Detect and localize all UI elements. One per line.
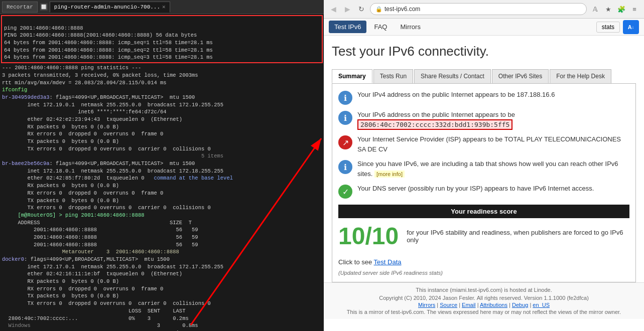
terminal-body: ping 2001:4860:4860::8888 PING 2001:4860… — [0, 14, 324, 331]
content-tabs: Summary Tests Run Share Results / Contac… — [324, 69, 644, 83]
forward-button[interactable]: ▶ — [342, 4, 353, 15]
site-nav-links: Test IPv6 FAQ Mirrors — [329, 21, 426, 33]
info-icon-ipv6: ℹ — [338, 111, 352, 125]
readiness-section: Your readiness score 10/10 for your IPv6… — [338, 205, 629, 254]
terminal-iface-br0-rxerr: RX errors 0 dropped 0 overruns 0 frame 0 — [0, 130, 324, 138]
terminal-iface-br1-txe: TX errors 0 dropped 0 overruns 0 carrier… — [0, 204, 324, 212]
tab-close-icon[interactable]: ✕ — [162, 4, 166, 10]
terminal-columns-header: ADDRESS SIZE T — [0, 219, 324, 227]
terminal-rtt-line: rtt min/avg/max/mdev = 28.083/28.094/28.… — [0, 79, 324, 87]
info-text-ipv4: Your IPv4 address on the public Internet… — [357, 90, 555, 100]
back-button[interactable]: ◀ — [328, 4, 339, 15]
terminal-data-row1: 2001:4860:4860::8888 56 59 — [0, 226, 324, 234]
info-row-ipv6-tab: ℹ Since you have IPv6, we are including … — [338, 159, 629, 179]
site-content: Test your IPv6 connectivity. Summary Tes… — [324, 36, 644, 331]
tab-share-results[interactable]: Share Results / Contact — [414, 69, 491, 83]
updated-text: (Updated server side IPv6 readiness stat… — [338, 270, 629, 276]
nav-faq[interactable]: FAQ — [368, 21, 393, 33]
browser-panel: ◀ ▶ ↻ 🔒 test-ipv6.com 𝔸 ★ 🧩 ≡ Test IPv6 … — [324, 0, 644, 331]
terminal-loss-row1: 2806:40c:7002:cccc:... 0% 3 0.2ms — [0, 315, 324, 322]
info-row-ipv6: ℹ Your IPv6 address on the public Intern… — [338, 110, 629, 129]
site-header: Test your IPv6 connectivity. — [324, 36, 644, 69]
more-info-link[interactable]: [more info] — [374, 171, 405, 178]
nav-mirrors[interactable]: Mirrors — [395, 21, 426, 33]
reload-button[interactable]: ↻ — [356, 4, 367, 15]
terminal-docker-name: docker0: flags=4099<UP,BROADCAST,MULTICA… — [0, 256, 324, 263]
info-icon-isp: ↗ — [338, 135, 352, 149]
address-bar[interactable]: 🔒 test-ipv6.com — [370, 3, 587, 15]
footer-source-link[interactable]: Source — [440, 302, 457, 308]
terminal-iface-br1-rxe: RX errors 0 dropped 0 overruns 0 frame 0 — [0, 190, 324, 197]
extensions-icon[interactable]: 🧩 — [616, 4, 627, 15]
site-footer: This instance (miami.test-ipv6.com) is h… — [324, 282, 644, 319]
terminal-separator1: 5 items — [0, 152, 324, 160]
terminal-docker-inet: inet 172.17.0.1 netmask 255.255.0.0 broa… — [0, 263, 324, 271]
terminal-loss-header: LOSS SENT LAST — [0, 307, 324, 315]
terminal-docker-txp: TX packets 0 bytes 0 (0.0 B) — [0, 292, 324, 300]
ping-output-box: ping 2001:4860:4860::8888 PING 2001:4860… — [1, 15, 323, 63]
footer-mirrors-link[interactable]: Mirrors — [418, 302, 435, 308]
terminal-tab-ping[interactable]: ping-router-admin-anuncio-700... ✕ — [50, 2, 170, 13]
terminal-iface-br1-inet: inet 172.18.0.1 netmask 255.255.0.0 broa… — [0, 168, 324, 175]
test-data-link[interactable]: Test Data — [374, 258, 402, 266]
footer-mirror-note: This is a mirror of test-ipv6.com. The v… — [332, 309, 636, 315]
bookmark-icon[interactable]: ★ — [603, 4, 614, 15]
terminal-iface-br1-ether: ether 02:42:85:f7:80:2d txqueuelen 0 com… — [0, 175, 324, 182]
info-text-ipv6-tab: Since you have IPv6, we are including a … — [357, 159, 629, 179]
footer-hosted: This instance (miami.test-ipv6.com) is h… — [332, 287, 636, 293]
terminal-docker-rxe: RX errors 0 dropped 0 overruns 0 frame 0 — [0, 285, 324, 293]
terminal-stats-line: --- 2001:4860:4860::8888 ping statistics… — [0, 64, 324, 72]
terminal-iface-br0-txerr: TX errors 0 dropped 0 overruns 0 carrier… — [0, 145, 324, 153]
terminal-docker-txe: TX errors 0 dropped 0 overruns 0 carrier… — [0, 300, 324, 307]
lock-icon: 🔒 — [375, 6, 382, 13]
stats-button[interactable]: stats — [596, 22, 620, 33]
translate-icon-btn[interactable]: 𝔸 — [590, 4, 601, 15]
footer-attributions-link[interactable]: Attributions — [480, 302, 507, 308]
terminal-stats-result: 3 packets transmitted, 3 received, 0% pa… — [0, 72, 324, 79]
footer-copyright: Copyright (C) 2010, 2024 Jason Fesler. A… — [332, 295, 636, 301]
browser-toolbar-icons: 𝔸 ★ 🧩 ≡ — [590, 4, 640, 15]
readiness-score: 10/10 — [338, 224, 399, 248]
info-row-dns: ✓ Your DNS server (possibly run by your … — [338, 184, 629, 199]
terminal-docker-ether: ether 02:42:16:11:1e:bf txqueuelen 0 (Et… — [0, 270, 324, 278]
browser-toolbar: ◀ ▶ ↻ 🔒 test-ipv6.com 𝔸 ★ 🧩 ≡ — [324, 0, 644, 18]
footer-locale-link[interactable]: en_US — [533, 302, 550, 308]
terminal-metarouter: Metarouter 3 2001:4860:4860::8888 — [0, 248, 324, 256]
terminal-loss-row2: Windows 3 0.8ms — [0, 322, 324, 329]
terminal-data-row3: 2001:4860:4860::8888 56 59 — [0, 241, 324, 249]
translate-button[interactable]: A↓ — [623, 20, 639, 34]
ipv6-text-before: Your IPv6 address on the public Internet… — [357, 111, 515, 118]
tab-tests-run[interactable]: Tests Run — [373, 69, 413, 83]
info-row-ipv4: ℹ Your IPv4 address on the public Intern… — [338, 90, 629, 105]
tab-separator: 🔲 — [40, 3, 48, 11]
terminal-iface-br1-txp: TX packets 0 bytes 0 (0.0 B) — [0, 197, 324, 205]
footer-debug-link[interactable]: Debug — [512, 302, 528, 308]
page-title: Test your IPv6 connectivity. — [332, 44, 636, 59]
terminal-tabs: Recortar 🔲 ping-router-admin-anuncio-700… — [0, 0, 324, 14]
readiness-description: for your IPv6 stability and readiness, w… — [407, 229, 629, 244]
terminal-data-row2: 2001:4860:4860::8888 56 59 — [0, 234, 324, 241]
tab-other-ipv6[interactable]: Other IPv6 Sites — [492, 69, 549, 83]
site-navigation: Test IPv6 FAQ Mirrors stats A↓ — [324, 19, 644, 36]
terminal-iface-br0-inet: inet 172.19.0.1 netmask 255.255.0.0 broa… — [0, 101, 324, 109]
browser-chrome: ◀ ▶ ↻ 🔒 test-ipv6.com 𝔸 ★ 🧩 ≡ — [324, 0, 644, 19]
tab-help-desk[interactable]: For the Help Desk — [550, 69, 611, 83]
terminal-iface-br0-addr: inet6 ****:****:fe64:d72c/64 — [0, 108, 324, 116]
nav-test-ipv6[interactable]: Test IPv6 — [329, 21, 366, 33]
info-icon-dns: ✓ — [338, 185, 352, 199]
terminal-ifconfig: ifconfig — [0, 86, 324, 94]
terminal-panel: Recortar 🔲 ping-router-admin-anuncio-700… — [0, 0, 324, 331]
info-icon-ipv4: ℹ — [338, 91, 352, 105]
info-text-dns: Your DNS server (possibly run by your IS… — [357, 184, 594, 194]
terminal-tab-recortar[interactable]: Recortar — [2, 2, 38, 13]
menu-icon[interactable]: ≡ — [629, 4, 640, 15]
tab-summary[interactable]: Summary — [332, 69, 372, 83]
info-text-isp: Your Internet Service Provider (ISP) app… — [357, 134, 629, 154]
test-data-section: Click to see Test Data — [338, 254, 629, 270]
footer-links: Mirrors | Source | Email | Attributions … — [332, 302, 636, 308]
readiness-header: Your readiness score — [338, 205, 629, 218]
footer-email-link[interactable]: Email — [462, 302, 476, 308]
terminal-iface-br0-rx: RX packets 0 bytes 0 (0.0 B) — [0, 123, 324, 131]
info-icon-ipv6-tab: ℹ — [338, 160, 352, 174]
terminal-iface-br1-name: br-baee2be56c9a: flags=4099<UP,BROADCAST… — [0, 160, 324, 168]
